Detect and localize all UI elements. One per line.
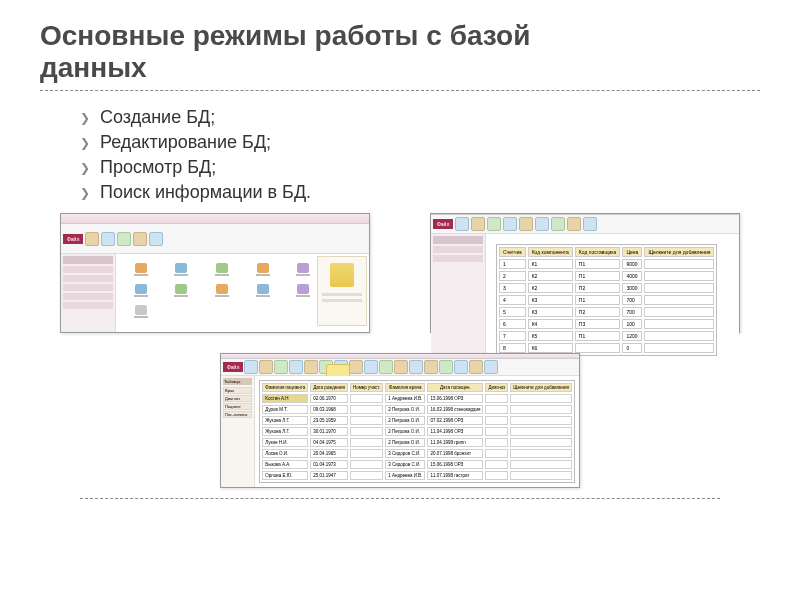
col-header: Щелкните для добавления xyxy=(644,247,714,257)
table-row: 2К2П14000 xyxy=(499,271,714,281)
ribbon-icon xyxy=(471,217,485,231)
nav-sidebar: Таблицы Врач Диагноз Пациент Пос–визиты xyxy=(221,376,255,487)
ribbon-icon xyxy=(484,360,498,374)
template-tile xyxy=(244,281,282,299)
sidebar-item xyxy=(63,293,113,300)
col-header: Счетчик xyxy=(499,247,526,257)
ribbon-icon xyxy=(85,232,99,246)
body-area: Таблицы Врач Диагноз Пациент Пос–визиты … xyxy=(221,376,579,487)
sidebar-item xyxy=(63,302,113,309)
ribbon-icon xyxy=(133,232,147,246)
ribbon-icon xyxy=(409,360,423,374)
ribbon-icon xyxy=(101,232,115,246)
sidebar-item: Врач xyxy=(223,387,252,394)
datasheet-area: Фамилия пациента Дата рождения Номер уча… xyxy=(255,376,579,487)
table-row: 4К3П1700 xyxy=(499,295,714,305)
template-tile xyxy=(122,302,160,320)
screenshot-access-table2: Файл Та xyxy=(220,353,580,488)
col-header: Дата рождения xyxy=(310,383,348,392)
template-tile xyxy=(163,260,201,278)
data-table: Фамилия пациента Дата рождения Номер уча… xyxy=(259,380,575,483)
table-row: 5К3П2700 xyxy=(499,307,714,317)
sidebar-header: Таблицы xyxy=(223,378,252,385)
sidebar-item xyxy=(63,284,113,291)
col-header: Цена xyxy=(622,247,642,257)
table-header-row: Счетчик Код компонента Код поставщика Це… xyxy=(499,247,714,257)
table-header-row: Фамилия пациента Дата рождения Номер уча… xyxy=(262,383,572,392)
title-line-1: Основные режимы работы с базой xyxy=(40,20,530,51)
ribbon-icon xyxy=(149,232,163,246)
bullet-item: ❯ Поиск информации в БД. xyxy=(80,182,760,203)
template-tile xyxy=(163,281,201,299)
screenshot-row-1: Файл xyxy=(60,213,740,333)
table-row: Быкова А.А.01.04.19733 Сидоров С.И.15.06… xyxy=(262,460,572,469)
folder-icon xyxy=(330,263,354,287)
sidebar-item: Пос–визиты xyxy=(223,411,252,418)
ribbon-icon xyxy=(304,360,318,374)
bullet-text: Поиск информации в БД. xyxy=(100,182,311,203)
slide: Основные режимы работы с базой данных ❯ … xyxy=(0,0,800,600)
screenshot-row-2: Файл Та xyxy=(40,353,760,488)
screenshot-access-create: Файл xyxy=(60,213,370,333)
chevron-icon: ❯ xyxy=(80,137,90,149)
table-row: 1К1П19000 xyxy=(499,259,714,269)
datasheet-area: Счетчик Код компонента Код поставщика Це… xyxy=(486,234,739,366)
sidebar-item xyxy=(433,255,483,262)
window-titlebar xyxy=(61,214,369,224)
template-tile xyxy=(244,260,282,278)
table-row: 3К2П23000 xyxy=(499,283,714,293)
sidebar-item: Пациент xyxy=(223,403,252,410)
screenshot-access-table1: Файл Сч xyxy=(430,213,740,333)
sidebar-item xyxy=(433,246,483,253)
ribbon-icon xyxy=(274,360,288,374)
title-line-2: данных xyxy=(40,52,147,83)
ribbon-icon xyxy=(424,360,438,374)
col-header: Дата посещен. xyxy=(427,383,483,392)
table-row: Лукин Н.И.04.04.19752 Петрова О.И.11.04.… xyxy=(262,438,572,447)
ribbon: Файл xyxy=(431,215,739,234)
table-row: Орлова Е.Ю.25.01.19471 Андреева И.В.11.0… xyxy=(262,471,572,480)
col-header: Номер участ. xyxy=(350,383,383,392)
nav-sidebar xyxy=(61,254,116,332)
title-divider xyxy=(40,90,760,91)
ribbon-icon xyxy=(259,360,273,374)
ribbon-icon xyxy=(583,217,597,231)
template-tile xyxy=(122,260,160,278)
ribbon-icon xyxy=(487,217,501,231)
footer-divider xyxy=(80,498,720,499)
ribbon-icon xyxy=(535,217,549,231)
data-table: Счетчик Код компонента Код поставщика Це… xyxy=(496,244,717,356)
ribbon-icon xyxy=(567,217,581,231)
body-area: Счетчик Код компонента Код поставщика Це… xyxy=(431,234,739,366)
bullet-list: ❯ Создание БД; ❯ Редактирование БД; ❯ Пр… xyxy=(80,107,760,203)
bullet-text: Создание БД; xyxy=(100,107,215,128)
nav-sidebar xyxy=(431,234,486,366)
table-row: Жукова Л.Г.23.05.19592 Петрова О.И.07.02… xyxy=(262,416,572,425)
ribbon-icon xyxy=(289,360,303,374)
sidebar-header xyxy=(433,236,483,244)
chevron-icon: ❯ xyxy=(80,162,90,174)
template-tile xyxy=(122,281,160,299)
file-tab: Файл xyxy=(63,234,83,244)
panel-line xyxy=(322,299,362,302)
ribbon-icon xyxy=(117,232,131,246)
ribbon-icon xyxy=(364,360,378,374)
new-db-panel xyxy=(317,256,367,326)
ribbon-icon xyxy=(379,360,393,374)
file-tab: Файл xyxy=(223,362,243,372)
ribbon-icon xyxy=(394,360,408,374)
ribbon-icon xyxy=(439,360,453,374)
template-gallery xyxy=(116,254,369,332)
bullet-text: Редактирование БД; xyxy=(100,132,271,153)
ribbon-icon xyxy=(349,360,363,374)
template-tile xyxy=(203,260,241,278)
sidebar-item xyxy=(63,266,113,273)
body-area xyxy=(61,254,369,332)
sidebar-item xyxy=(63,275,113,282)
bullet-item: ❯ Просмотр БД; xyxy=(80,157,760,178)
table-row: 6К4П3100 xyxy=(499,319,714,329)
ribbon-icon xyxy=(503,217,517,231)
table-row: Лосев О.И.20.04.19653 Сидоров С.И.20.07.… xyxy=(262,449,572,458)
ribbon-icon xyxy=(551,217,565,231)
ribbon-icon xyxy=(244,360,258,374)
